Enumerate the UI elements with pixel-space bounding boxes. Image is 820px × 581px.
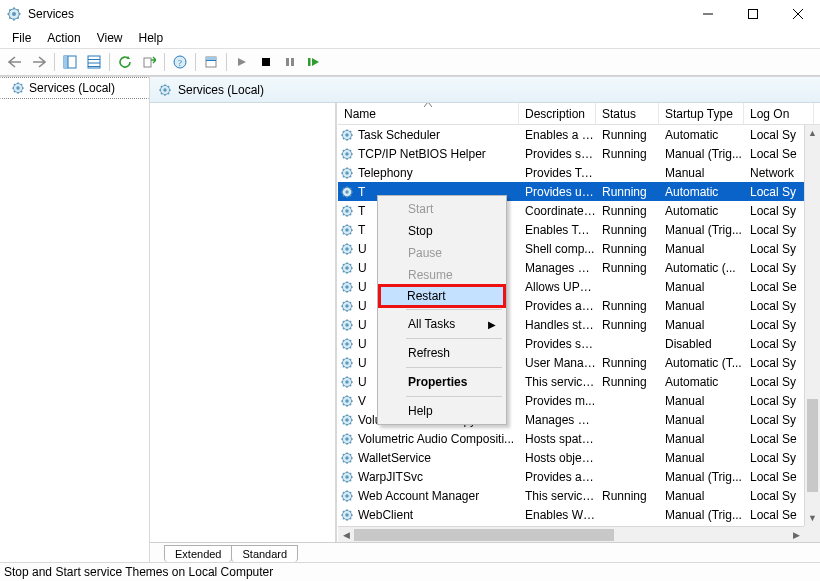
col-logon[interactable]: Log On bbox=[744, 103, 814, 124]
svg-line-12 bbox=[793, 9, 803, 19]
detail-tabs: Extended Standard bbox=[150, 542, 820, 562]
close-button[interactable] bbox=[775, 0, 820, 28]
ctx-stop[interactable]: Stop bbox=[380, 220, 504, 242]
service-row[interactable]: Volumetric Audio Compositi...Hosts spati… bbox=[338, 429, 804, 448]
start-service-button[interactable] bbox=[231, 51, 253, 73]
menu-file[interactable]: File bbox=[4, 29, 39, 47]
service-row[interactable]: WarpJITSvcProvides a JI...Manual (Trig..… bbox=[338, 467, 804, 486]
service-startup: Automatic bbox=[659, 375, 744, 389]
stop-service-button[interactable] bbox=[255, 51, 277, 73]
service-startup: Manual bbox=[659, 299, 744, 313]
service-name: WebClient bbox=[358, 508, 413, 522]
service-description: Hosts objec... bbox=[519, 451, 596, 465]
ctx-properties[interactable]: Properties bbox=[380, 371, 504, 393]
col-name[interactable]: Name bbox=[338, 103, 519, 124]
service-name: Volumetric Audio Compositi... bbox=[358, 432, 514, 446]
ctx-resume[interactable]: Resume bbox=[380, 264, 504, 286]
svg-rect-26 bbox=[206, 57, 216, 60]
service-startup: Manual bbox=[659, 280, 744, 294]
gear-icon bbox=[340, 318, 354, 332]
service-row[interactable]: Web Account ManagerThis service ...Runni… bbox=[338, 486, 804, 505]
service-logon: Local Sy bbox=[744, 204, 804, 218]
export-button[interactable] bbox=[138, 51, 160, 73]
refresh-button[interactable] bbox=[114, 51, 136, 73]
col-startup[interactable]: Startup Type bbox=[659, 103, 744, 124]
gear-icon bbox=[340, 470, 354, 484]
gear-icon bbox=[340, 128, 354, 142]
gear-icon bbox=[340, 394, 354, 408]
show-hide-detail-button[interactable] bbox=[83, 51, 105, 73]
service-logon: Local Sy bbox=[744, 242, 804, 256]
properties-button[interactable] bbox=[200, 51, 222, 73]
service-row[interactable]: TCP/IP NetBIOS HelperProvides su...Runni… bbox=[338, 144, 804, 163]
ctx-start[interactable]: Start bbox=[380, 198, 504, 220]
ctx-pause[interactable]: Pause bbox=[380, 242, 504, 264]
service-logon: Local Sy bbox=[744, 489, 804, 503]
menu-view[interactable]: View bbox=[89, 29, 131, 47]
scroll-right-icon[interactable]: ▶ bbox=[788, 527, 804, 543]
service-logon: Local Sy bbox=[744, 261, 804, 275]
service-description: Provides m... bbox=[519, 394, 596, 408]
service-name: Task Scheduler bbox=[358, 128, 440, 142]
service-name: Web Account Manager bbox=[358, 489, 479, 503]
service-logon: Local Sy bbox=[744, 223, 804, 237]
service-description: User Manag... bbox=[519, 356, 596, 370]
minimize-button[interactable] bbox=[685, 0, 730, 28]
service-startup: Automatic bbox=[659, 204, 744, 218]
service-name: U bbox=[358, 242, 367, 256]
service-row[interactable]: Task SchedulerEnables a us...RunningAuto… bbox=[338, 125, 804, 144]
service-logon: Local Se bbox=[744, 508, 804, 522]
forward-button[interactable] bbox=[28, 51, 50, 73]
service-description: Provides ap... bbox=[519, 299, 596, 313]
service-status: Running bbox=[596, 185, 659, 199]
service-row[interactable]: WalletServiceHosts objec...ManualLocal S… bbox=[338, 448, 804, 467]
menu-help[interactable]: Help bbox=[131, 29, 172, 47]
ctx-all-tasks[interactable]: All Tasks▶ bbox=[380, 313, 504, 335]
service-logon: Local Se bbox=[744, 432, 804, 446]
scroll-left-icon[interactable]: ◀ bbox=[338, 527, 354, 543]
service-logon: Local Sy bbox=[744, 318, 804, 332]
scroll-up-icon[interactable]: ▲ bbox=[805, 125, 820, 141]
col-status[interactable]: Status bbox=[596, 103, 659, 124]
help-button[interactable]: ? bbox=[169, 51, 191, 73]
service-status: Running bbox=[596, 223, 659, 237]
vertical-scrollbar[interactable]: ▲ ▼ bbox=[804, 125, 820, 526]
service-status: Running bbox=[596, 489, 659, 503]
tree-root-item[interactable]: Services (Local) bbox=[0, 77, 149, 99]
pause-service-button[interactable] bbox=[279, 51, 301, 73]
scrollbar-thumb[interactable] bbox=[807, 399, 818, 491]
tab-extended[interactable]: Extended bbox=[164, 545, 232, 562]
ctx-help[interactable]: Help bbox=[380, 400, 504, 422]
restart-service-button[interactable] bbox=[303, 51, 325, 73]
tree-root-label: Services (Local) bbox=[29, 81, 115, 95]
service-logon: Local Sy bbox=[744, 394, 804, 408]
scrollbar-thumb[interactable] bbox=[354, 529, 614, 541]
svg-rect-28 bbox=[286, 58, 289, 66]
vertical-splitter[interactable] bbox=[335, 103, 337, 542]
details-header: Services (Local) bbox=[150, 77, 820, 103]
service-logon: Local Sy bbox=[744, 337, 804, 351]
service-logon: Local Sy bbox=[744, 356, 804, 370]
service-startup: Manual bbox=[659, 318, 744, 332]
service-name: TCP/IP NetBIOS Helper bbox=[358, 147, 486, 161]
navigation-tree[interactable]: Services (Local) bbox=[0, 77, 150, 562]
col-description[interactable]: Description bbox=[519, 103, 596, 124]
show-hide-tree-button[interactable] bbox=[59, 51, 81, 73]
service-description: This service ... bbox=[519, 375, 596, 389]
service-row[interactable]: TelephonyProvides Tel...ManualNetwork bbox=[338, 163, 804, 182]
back-button[interactable] bbox=[4, 51, 26, 73]
horizontal-scrollbar[interactable]: ◀ ▶ bbox=[338, 526, 804, 542]
scroll-down-icon[interactable]: ▼ bbox=[805, 510, 820, 526]
service-row[interactable]: WebClientEnables Win...Manual (Trig...Lo… bbox=[338, 505, 804, 524]
service-name: WarpJITSvc bbox=[358, 470, 423, 484]
menu-action[interactable]: Action bbox=[39, 29, 88, 47]
ctx-refresh[interactable]: Refresh bbox=[380, 342, 504, 364]
service-description: Provides a JI... bbox=[519, 470, 596, 484]
maximize-button[interactable] bbox=[730, 0, 775, 28]
ctx-restart[interactable]: Restart bbox=[379, 285, 505, 307]
gear-icon bbox=[11, 81, 25, 95]
service-startup: Manual (Trig... bbox=[659, 508, 744, 522]
tab-standard[interactable]: Standard bbox=[231, 545, 298, 562]
service-logon: Network bbox=[744, 166, 804, 180]
gear-icon bbox=[340, 337, 354, 351]
